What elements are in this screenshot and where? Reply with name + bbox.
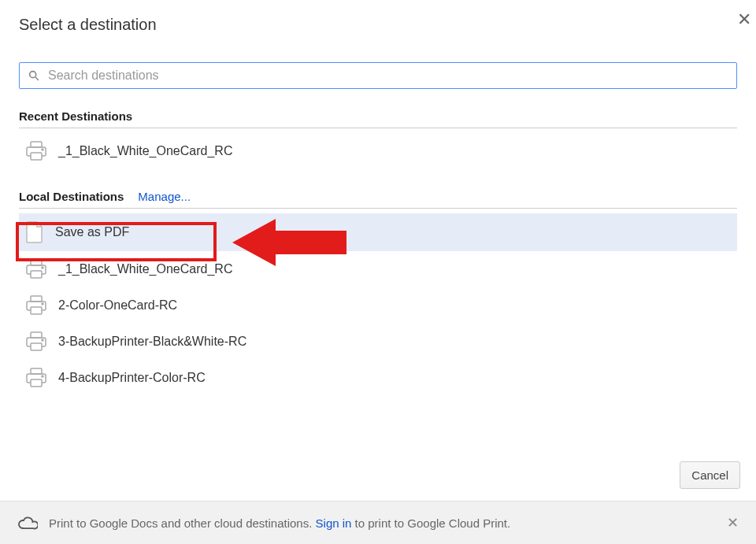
search-input[interactable] [48, 68, 728, 83]
footer-close-icon[interactable]: ✕ [727, 514, 739, 531]
svg-rect-16 [31, 343, 42, 350]
cloud-icon [17, 516, 38, 530]
svg-point-0 [30, 72, 36, 78]
printer-icon [25, 295, 47, 316]
svg-point-5 [42, 149, 43, 150]
dialog-title: Select a destination [19, 16, 157, 34]
svg-line-1 [35, 77, 39, 80]
destination-item[interactable]: _1_Black_White_OneCard_RC [19, 133, 737, 169]
footer-text-before: Print to Google Docs and other cloud des… [49, 516, 316, 530]
destination-label: _1_Black_White_OneCard_RC [58, 144, 232, 158]
destination-item[interactable]: 2-Color-OneCard-RC [19, 287, 737, 324]
svg-rect-2 [31, 142, 42, 147]
svg-rect-8 [31, 271, 42, 278]
recent-destinations-list: _1_Black_White_OneCard_RC [19, 133, 737, 169]
svg-rect-18 [31, 368, 42, 374]
printer-icon [25, 331, 47, 352]
cloud-print-footer: Print to Google Docs and other cloud des… [0, 501, 756, 544]
local-destinations-list: Save as PDF _1_Black_White_OneCard_RC 2-… [19, 213, 737, 396]
svg-rect-14 [31, 332, 42, 338]
svg-point-9 [42, 267, 43, 268]
destination-save-as-pdf[interactable]: Save as PDF [19, 213, 737, 251]
destination-item[interactable]: _1_Black_White_OneCard_RC [19, 251, 737, 287]
sign-in-link[interactable]: Sign in [316, 516, 352, 530]
manage-link[interactable]: Manage... [138, 190, 191, 203]
destination-item[interactable]: 4-BackupPrinter-Color-RC [19, 360, 737, 396]
svg-point-17 [42, 339, 43, 341]
svg-rect-20 [31, 379, 42, 387]
svg-point-13 [42, 303, 43, 305]
destination-label: _1_Black_White_OneCard_RC [58, 262, 232, 276]
printer-icon [25, 141, 47, 161]
close-icon[interactable]: ✕ [737, 11, 751, 28]
svg-rect-6 [31, 260, 42, 265]
svg-rect-12 [31, 307, 42, 314]
section-title: Recent Destinations [19, 109, 132, 123]
footer-text: Print to Google Docs and other cloud des… [49, 516, 510, 530]
svg-rect-10 [31, 296, 42, 302]
local-destinations-header: Local Destinations Manage... [19, 190, 737, 209]
section-title: Local Destinations [19, 190, 124, 203]
svg-point-21 [42, 376, 43, 377]
pdf-icon [25, 221, 44, 243]
destination-label: 2-Color-OneCard-RC [58, 298, 177, 313]
cancel-button[interactable]: Cancel [680, 461, 740, 489]
printer-icon [25, 259, 47, 279]
destination-label: 3-BackupPrinter-Black&White-RC [58, 335, 246, 349]
printer-icon [25, 368, 47, 388]
search-icon [28, 69, 40, 82]
recent-destinations-header: Recent Destinations [19, 109, 737, 128]
destination-label: Save as PDF [55, 225, 129, 239]
footer-text-after: to print to Google Cloud Print. [351, 516, 510, 530]
search-field[interactable] [19, 62, 737, 89]
destination-label: 4-BackupPrinter-Color-RC [58, 371, 206, 385]
destination-item[interactable]: 3-BackupPrinter-Black&White-RC [19, 324, 737, 360]
svg-rect-4 [31, 153, 42, 160]
